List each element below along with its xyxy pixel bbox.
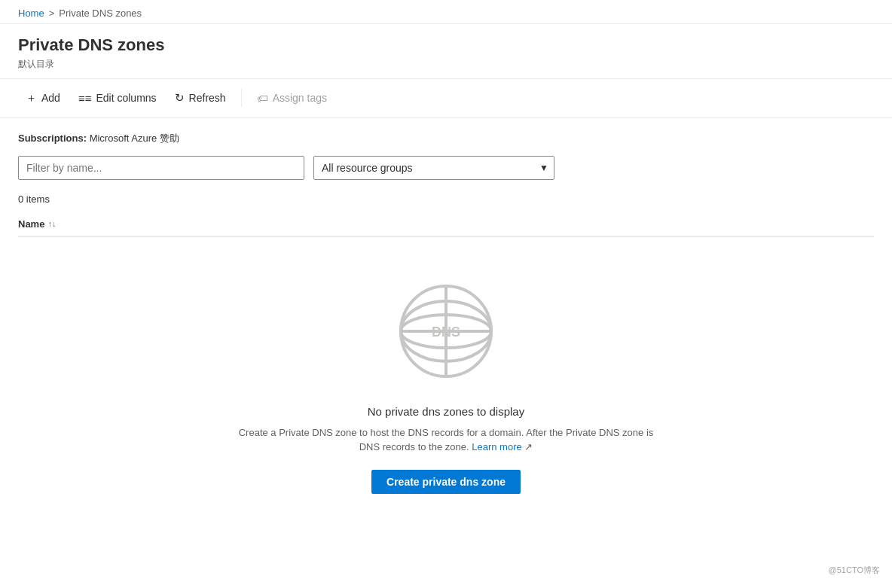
assign-tags-button[interactable]: 🏷 Assign tags	[249, 87, 334, 109]
items-count: 0 items	[18, 193, 874, 205]
subscriptions-key: Subscriptions:	[18, 133, 87, 144]
table-container: Name ↑↓	[18, 212, 874, 237]
add-label: Add	[41, 92, 60, 104]
edit-columns-label: Edit columns	[96, 92, 156, 104]
page-subtitle: 默认目录	[18, 58, 874, 71]
resource-group-select[interactable]: All resource groups	[313, 156, 554, 180]
subscriptions-info: Subscriptions: Microsoft Azure 赞助	[18, 132, 874, 145]
external-link-icon: ↗	[524, 441, 533, 452]
dns-globe-icon: DNS	[397, 282, 495, 382]
empty-state-desc-text1: Create a Private DNS zone to host the DN…	[239, 427, 654, 438]
subscriptions-value: Microsoft Azure 赞助	[90, 133, 179, 144]
refresh-icon: ↻	[175, 91, 185, 105]
svg-text:DNS: DNS	[432, 324, 460, 340]
create-private-dns-zone-button[interactable]: Create private dns zone	[371, 470, 521, 494]
add-button[interactable]: ＋ Add	[18, 87, 68, 110]
content-area: Subscriptions: Microsoft Azure 赞助 All re…	[0, 118, 892, 530]
name-column-label: Name	[18, 218, 44, 230]
page-header: Private DNS zones 默认目录	[0, 24, 892, 79]
assign-tags-icon: 🏷	[257, 92, 268, 105]
resource-group-select-wrapper: All resource groups ▼	[313, 156, 554, 180]
filter-row: All resource groups ▼	[18, 156, 874, 180]
learn-more-link[interactable]: Learn more	[472, 441, 521, 452]
sort-icon: ↑↓	[47, 219, 56, 228]
toolbar-separator	[241, 89, 242, 107]
breadcrumb-current: Private DNS zones	[59, 8, 142, 19]
breadcrumb: Home > Private DNS zones	[0, 0, 892, 24]
add-icon: ＋	[26, 91, 37, 105]
name-column-header[interactable]: Name ↑↓	[18, 218, 56, 230]
empty-state-desc-text2: DNS records to the zone.	[359, 441, 469, 452]
empty-state-description: Create a Private DNS zone to host the DN…	[239, 425, 654, 455]
toolbar: ＋ Add ≡≡ Edit columns ↻ Refresh 🏷 Assign…	[0, 79, 892, 118]
breadcrumb-home-link[interactable]: Home	[18, 8, 44, 19]
table-header: Name ↑↓	[18, 212, 874, 236]
edit-columns-icon: ≡≡	[78, 92, 92, 105]
page-title: Private DNS zones	[18, 35, 874, 56]
edit-columns-button[interactable]: ≡≡ Edit columns	[71, 87, 164, 109]
refresh-button[interactable]: ↻ Refresh	[167, 87, 234, 109]
empty-state-title: No private dns zones to display	[368, 405, 524, 418]
empty-state: DNS No private dns zones to display Crea…	[18, 237, 874, 516]
assign-tags-label: Assign tags	[273, 92, 327, 104]
name-filter-input[interactable]	[18, 156, 304, 180]
refresh-label: Refresh	[189, 92, 226, 104]
breadcrumb-separator: >	[49, 8, 55, 19]
